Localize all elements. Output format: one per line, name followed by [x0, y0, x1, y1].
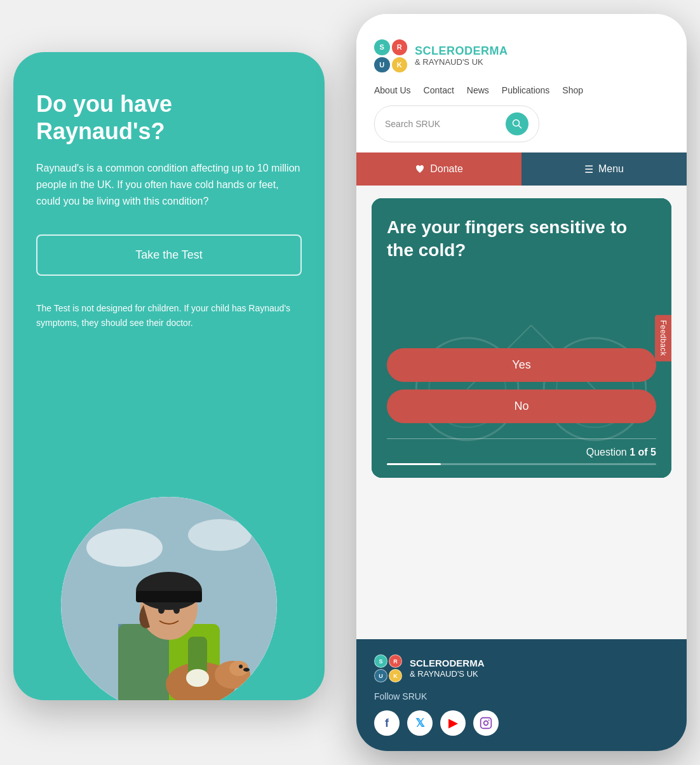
- scene: Do you have Raynaud's? Raynaud's is a co…: [13, 14, 687, 751]
- action-bar: Donate ☰ Menu: [356, 152, 687, 186]
- logo-text: SCLERODERMA & RAYNAUD'S UK: [415, 45, 508, 67]
- donate-label: Donate: [430, 163, 463, 175]
- logo-row: S R U K SCLERODERMA & RAYNAUD'S UK: [374, 39, 669, 72]
- footer-logo-circles: S R U K: [374, 654, 402, 682]
- right-footer: S R U K SCLERODERMA & RAYNAUD'S UK Follo…: [356, 639, 687, 751]
- quiz-progress-bar: [387, 463, 656, 465]
- phone-left: Do you have Raynaud's? Raynaud's is a co…: [13, 52, 325, 700]
- quiz-content: Are your fingers sensitive to the cold? …: [372, 198, 671, 478]
- menu-label: Menu: [598, 163, 624, 175]
- right-header: S R U K SCLERODERMA & RAYNAUD'S UK About…: [356, 14, 687, 152]
- svg-point-16: [186, 669, 209, 687]
- search-box[interactable]: Search SRUK: [374, 105, 539, 142]
- left-title: Do you have Raynaud's?: [36, 90, 302, 145]
- footer-logo-sub: & RAYNAUD'S UK: [410, 669, 485, 680]
- quiz-progress-strong: 1 of 5: [629, 447, 656, 457]
- instagram-icon[interactable]: [473, 710, 499, 736]
- logo-circle-k: K: [392, 57, 408, 73]
- logo-circle-s: S: [374, 39, 390, 55]
- heart-icon: [415, 164, 425, 174]
- quiz-question: Are your fingers sensitive to the cold?: [387, 216, 656, 330]
- svg-point-14: [243, 668, 250, 672]
- footer-circle-r: R: [389, 654, 402, 668]
- svg-rect-27: [481, 718, 492, 729]
- svg-line-18: [519, 126, 522, 129]
- search-row: Search SRUK: [374, 105, 669, 142]
- nav-row: About Us Contact News Publications Shop: [374, 85, 669, 95]
- logo-name: SCLERODERMA: [415, 45, 508, 58]
- quiz-divider: [387, 438, 656, 439]
- search-placeholder: Search SRUK: [385, 119, 501, 129]
- logo-circle-r: R: [392, 39, 408, 55]
- donate-button[interactable]: Donate: [356, 152, 522, 186]
- svg-point-13: [239, 665, 243, 668]
- quiz-no-button[interactable]: No: [387, 389, 656, 423]
- take-test-button[interactable]: Take the Test: [36, 234, 302, 276]
- search-button[interactable]: [506, 112, 528, 135]
- twitter-icon[interactable]: 𝕏: [407, 710, 433, 736]
- svg-point-17: [513, 120, 520, 126]
- facebook-icon[interactable]: f: [374, 710, 400, 736]
- svg-point-29: [488, 719, 490, 721]
- nav-contact[interactable]: Contact: [424, 85, 454, 95]
- footer-circle-k: K: [389, 669, 402, 682]
- social-row: f 𝕏 ▶: [374, 710, 669, 736]
- hamburger-icon: ☰: [584, 163, 593, 175]
- follow-text: Follow SRUK: [374, 691, 669, 701]
- footer-logo-row: S R U K SCLERODERMA & RAYNAUD'S UK: [374, 654, 669, 682]
- footer-circle-u: U: [374, 669, 387, 682]
- quiz-progress-text: Question 1 of 5: [586, 447, 656, 457]
- instagram-svg: [480, 717, 492, 729]
- youtube-icon[interactable]: ▶: [440, 710, 466, 736]
- svg-point-8: [158, 606, 165, 614]
- search-icon: [512, 119, 522, 129]
- svg-point-9: [173, 606, 180, 614]
- quiz-card: Are your fingers sensitive to the cold? …: [372, 198, 671, 478]
- nav-news[interactable]: News: [467, 85, 489, 95]
- feedback-wrapper: Feedback: [655, 315, 671, 362]
- svg-point-1: [86, 529, 163, 567]
- svg-point-28: [484, 721, 488, 726]
- person-svg: [61, 497, 277, 700]
- quiz-yes-button[interactable]: Yes: [387, 348, 656, 382]
- left-footnote: The Test is not designed for children. I…: [36, 301, 302, 330]
- person-image: [61, 497, 277, 700]
- logo-circle-u: U: [374, 57, 390, 73]
- svg-rect-7: [136, 591, 202, 602]
- footer-logo-text: SCLERODERMA & RAYNAUD'S UK: [410, 657, 485, 680]
- nav-about[interactable]: About Us: [374, 85, 411, 95]
- footer-logo-name: SCLERODERMA: [410, 657, 485, 670]
- svg-point-2: [188, 519, 252, 551]
- nav-shop[interactable]: Shop: [562, 85, 583, 95]
- quiz-progress: Question 1 of 5: [387, 447, 656, 458]
- logo-sub: & RAYNAUD'S UK: [415, 57, 508, 67]
- phone-right: S R U K SCLERODERMA & RAYNAUD'S UK About…: [356, 14, 687, 751]
- logo-circles: S R U K: [374, 39, 407, 72]
- nav-publications[interactable]: Publications: [502, 85, 550, 95]
- feedback-tab[interactable]: Feedback: [655, 315, 671, 362]
- left-description: Raynaud's is a common condition affectin…: [36, 160, 302, 209]
- quiz-section: Are your fingers sensitive to the cold? …: [356, 186, 687, 639]
- quiz-progress-fill: [387, 463, 441, 465]
- footer-circle-s: S: [374, 654, 387, 668]
- menu-button[interactable]: ☰ Menu: [522, 152, 687, 186]
